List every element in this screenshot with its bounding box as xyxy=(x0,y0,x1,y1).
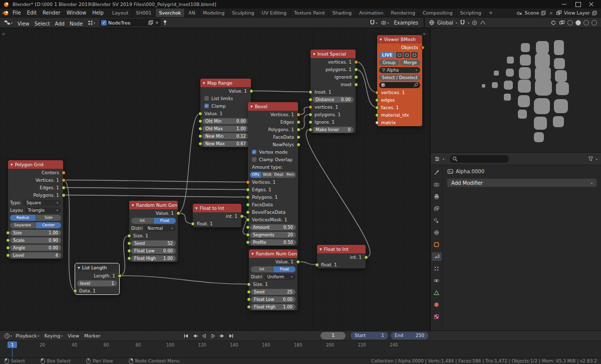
expand-region-icon[interactable]: » xyxy=(2,31,5,37)
segment-dept[interactable]: Dept xyxy=(273,172,285,178)
menu-window[interactable]: Window xyxy=(64,10,89,16)
view-layer-selector[interactable]: View Layer xyxy=(564,10,590,16)
snapping-button[interactable]: ▾ xyxy=(369,20,378,26)
add-workspace-button[interactable]: + xyxy=(485,10,496,16)
input-socket[interactable] xyxy=(246,180,250,184)
jump-to-end-button[interactable] xyxy=(227,332,235,339)
properties-tab-scene[interactable] xyxy=(432,216,442,225)
properties-tab-render[interactable] xyxy=(432,180,442,189)
value-field-distance[interactable]: Distance0.00 xyxy=(313,97,354,103)
node-editor-canvas[interactable]: » « ▼Polygon GridCentersVertices. 1Edges… xyxy=(0,28,431,330)
shading-wireframe-icon[interactable] xyxy=(567,20,573,26)
dropdown-layou[interactable]: Triangle▾ xyxy=(25,207,61,213)
jump-to-start-button[interactable] xyxy=(182,332,190,339)
output-socket[interactable] xyxy=(62,193,66,197)
input-socket[interactable] xyxy=(6,238,10,242)
input-socket[interactable] xyxy=(6,253,10,257)
value-field-new-max[interactable]: New Max0.67 xyxy=(202,141,249,147)
properties-tab-object[interactable] xyxy=(432,240,442,249)
play-reverse-button[interactable] xyxy=(200,332,208,339)
collapse-node-icon[interactable]: ▼ xyxy=(11,163,13,166)
input-socket[interactable] xyxy=(315,263,319,267)
input-socket[interactable] xyxy=(246,188,250,192)
timeline-menu-keying[interactable]: Keying▾ xyxy=(42,333,65,338)
breadcrumb-item[interactable]: Alpha.0000 xyxy=(456,169,484,174)
orientation-dropdown[interactable]: Global xyxy=(437,20,453,26)
segment-offs[interactable]: Offs xyxy=(250,172,261,178)
workspace-tab-layout[interactable]: Layout xyxy=(109,9,132,17)
input-socket[interactable] xyxy=(73,289,77,293)
timeline-menu-playback[interactable]: Playback▾ xyxy=(13,333,42,338)
fake-user-toggle[interactable]: ✓ xyxy=(101,20,107,26)
collapse-node-icon[interactable]: ▼ xyxy=(195,206,198,210)
frame-start-field[interactable]: Start1 xyxy=(351,332,388,339)
segment-center[interactable]: Center xyxy=(36,222,62,228)
timeline-menu-marker[interactable]: Marker xyxy=(82,333,103,338)
input-socket[interactable] xyxy=(198,119,202,123)
playhead[interactable]: 1 xyxy=(8,341,17,348)
properties-tab-physics[interactable] xyxy=(432,276,442,285)
segment-float[interactable]: Float xyxy=(154,218,176,224)
output-socket[interactable] xyxy=(296,135,300,139)
previous-keyframe-button[interactable] xyxy=(191,332,199,339)
output-socket[interactable] xyxy=(296,120,300,124)
node-viewer_bmesh[interactable]: ▼Viewer BMeshObjectsLIVEGroupMerge▽Alpha… xyxy=(377,35,422,126)
frame-end-field[interactable]: End250 xyxy=(391,332,428,339)
input-socket[interactable] xyxy=(375,98,379,102)
proportional-edit-icon[interactable] xyxy=(472,20,477,26)
dropdown-distri[interactable]: Uniform▾ xyxy=(264,274,295,280)
grid-icon[interactable] xyxy=(404,52,410,58)
input-socket[interactable] xyxy=(309,113,313,117)
value-field-amount[interactable]: Amount0.50 xyxy=(250,224,296,230)
input-socket[interactable] xyxy=(198,127,202,131)
input-socket[interactable] xyxy=(127,249,131,253)
segment-perc[interactable]: Perc xyxy=(285,172,296,178)
browse-tree-button[interactable]: ▾ xyxy=(87,20,96,26)
properties-tab-view-layer[interactable] xyxy=(432,204,442,213)
node-menu-view[interactable]: View xyxy=(15,21,32,27)
collapse-node-icon[interactable]: ▼ xyxy=(203,81,205,85)
input-socket[interactable] xyxy=(127,241,131,245)
properties-tab-world[interactable] xyxy=(432,228,442,237)
node-float_to_int_1[interactable]: ▼Float to Intint. 1float. 1 xyxy=(193,204,241,227)
input-socket[interactable] xyxy=(375,91,379,95)
input-socket[interactable] xyxy=(247,290,251,294)
node-menu-select[interactable]: Select xyxy=(32,21,53,27)
input-socket[interactable] xyxy=(375,121,379,125)
unlink-scene-icon[interactable]: × xyxy=(548,11,554,16)
menu-render[interactable]: Render xyxy=(40,10,64,16)
input-socket[interactable] xyxy=(309,120,313,124)
properties-editor-icon[interactable] xyxy=(434,156,440,162)
node-list_length[interactable]: ▼List LengthLength. 1level1Data. 1 xyxy=(75,263,119,294)
workspace-tab-animation[interactable]: Animation xyxy=(356,9,387,17)
button-select-deselect[interactable]: Select / Deselect xyxy=(379,75,420,81)
close-button[interactable] xyxy=(584,0,598,9)
node-random_num_gen_1[interactable]: ▼Random Num GenValue. 1IntFloatDistriNor… xyxy=(129,201,178,262)
output-socket[interactable] xyxy=(354,60,358,64)
input-socket[interactable] xyxy=(246,225,250,229)
properties-tab-modifiers[interactable] xyxy=(432,252,442,261)
input-socket[interactable] xyxy=(246,210,250,214)
eyedropper-icon[interactable] xyxy=(413,83,418,88)
shading-rendered-icon[interactable] xyxy=(591,20,597,26)
workspace-tab-uv-editing[interactable]: UV Editing xyxy=(258,9,291,17)
workspace-tab-modeling[interactable]: Modeling xyxy=(199,9,228,17)
value-field-profile[interactable]: Profile0.50 xyxy=(250,239,296,245)
properties-tab-particles[interactable] xyxy=(432,264,442,273)
output-socket[interactable] xyxy=(118,274,122,278)
minimize-button[interactable] xyxy=(557,0,571,9)
input-socket[interactable] xyxy=(247,305,251,309)
collapse-node-icon[interactable]: ▼ xyxy=(78,266,80,269)
value-field-old-max[interactable]: Old Max1.00 xyxy=(202,126,249,132)
output-socket[interactable] xyxy=(296,113,300,117)
value-field-seed[interactable]: Seed25 xyxy=(251,289,295,295)
xray-icon[interactable] xyxy=(559,20,565,26)
dropdown-type[interactable]: Square▾ xyxy=(23,200,61,206)
input-socket[interactable] xyxy=(6,231,10,235)
next-keyframe-button[interactable] xyxy=(218,332,226,339)
collapse-node-icon[interactable]: ▼ xyxy=(380,38,382,41)
workspace-tab-compositing[interactable]: Compositing xyxy=(419,9,457,17)
output-socket[interactable] xyxy=(249,89,253,93)
timeline-menu-view[interactable]: View xyxy=(65,333,82,338)
menu-edit[interactable]: Edit xyxy=(24,10,40,16)
